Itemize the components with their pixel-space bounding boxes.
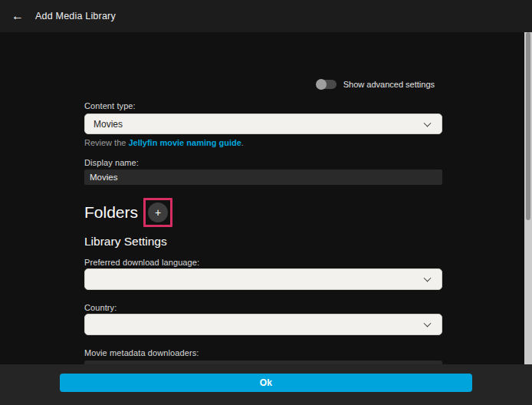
country-select[interactable]	[84, 314, 442, 335]
country-label: Country:	[84, 303, 117, 312]
toggle-knob	[316, 79, 327, 90]
show-advanced-settings-toggle[interactable]	[317, 80, 337, 89]
preferred-download-language-select[interactable]	[84, 268, 442, 290]
helper-suffix: .	[241, 138, 244, 147]
advanced-settings-row: Show advanced settings	[317, 78, 435, 91]
library-settings-heading: Library Settings	[84, 235, 167, 249]
dialog-content: Show advanced settings Content type: Mov…	[0, 32, 524, 364]
content-type-value: Movies	[94, 119, 123, 130]
scrollbar-thumb[interactable]	[526, 32, 530, 220]
chevron-down-icon	[424, 275, 432, 282]
folders-heading: Folders	[84, 203, 138, 222]
add-media-library-dialog: ← Add Media Library Show advanced settin…	[0, 0, 532, 405]
scrollbar-track	[524, 32, 532, 364]
display-name-label: Display name:	[84, 158, 139, 167]
movie-metadata-downloaders-label: Movie metadata downloaders:	[84, 348, 199, 357]
show-advanced-settings-label: Show advanced settings	[343, 80, 435, 89]
naming-guide-link[interactable]: Jellyfin movie naming guide	[128, 138, 241, 147]
naming-guide-helper: Review the Jellyfin movie naming guide.	[84, 138, 244, 147]
chevron-down-icon	[424, 119, 432, 127]
folders-section: Folders +	[84, 198, 172, 227]
click-highlight-annotation: +	[143, 198, 172, 227]
preferred-download-language-label: Preferred download language:	[84, 258, 199, 267]
appbar: ← Add Media Library	[0, 0, 532, 32]
chevron-down-icon	[424, 320, 432, 328]
add-folder-button[interactable]: +	[148, 202, 168, 222]
helper-prefix: Review the	[84, 138, 128, 147]
page-title: Add Media Library	[35, 11, 116, 21]
display-name-input[interactable]	[84, 170, 442, 185]
ok-button[interactable]: Ok	[60, 374, 472, 392]
dialog-footer: Ok	[0, 364, 532, 405]
content-type-label: Content type:	[84, 101, 136, 110]
back-arrow-icon[interactable]: ←	[8, 6, 28, 26]
content-type-select[interactable]: Movies	[84, 114, 442, 134]
